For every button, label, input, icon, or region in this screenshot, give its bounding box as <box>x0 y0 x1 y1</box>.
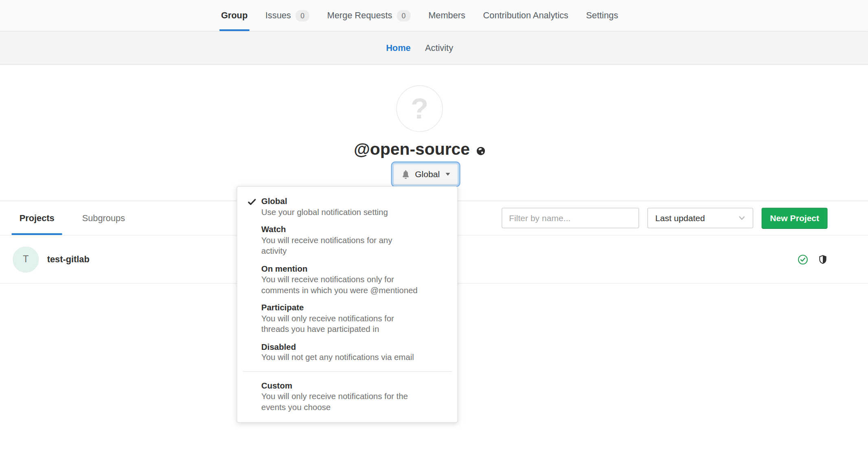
chevron-down-icon <box>739 215 746 222</box>
tab-merge-requests[interactable]: Merge Requests 0 <box>325 0 412 31</box>
tab-activity[interactable]: Activity <box>425 32 453 64</box>
gitlab-group-page: Group Issues 0 Merge Requests 0 Members … <box>0 0 868 461</box>
caret-down-icon <box>446 173 450 176</box>
tab-contribution-analytics-label: Contribution Analytics <box>483 11 568 20</box>
notification-dropdown-wrap: Global Global Use your global notificati… <box>393 164 458 184</box>
notification-dropdown-button[interactable]: Global <box>393 164 458 184</box>
project-avatar: T <box>13 246 39 272</box>
tab-group-label: Group <box>221 11 248 20</box>
project-avatar-initial: T <box>23 254 28 265</box>
notification-button-label: Global <box>415 169 440 179</box>
notification-option-title: Global <box>261 195 449 206</box>
notification-option-description: You will receive notifications for any a… <box>261 235 445 256</box>
bell-icon <box>401 170 410 179</box>
tab-projects-label: Projects <box>20 213 55 223</box>
notification-option-description: You will only receive notifications for … <box>261 313 445 334</box>
notification-option-watch[interactable]: Watch You will receive notifications for… <box>237 221 457 260</box>
merge-requests-count-badge: 0 <box>397 10 410 22</box>
notification-option-description: Use your global notification setting <box>261 206 445 217</box>
project-name-link[interactable]: test-gitlab <box>47 255 90 264</box>
project-row-icons <box>798 254 828 265</box>
notification-dropdown-menu: Global Use your global notification sett… <box>237 186 458 423</box>
notification-option-participate[interactable]: Participate You will only receive notifi… <box>237 299 457 338</box>
tab-subgroups[interactable]: Subgroups <box>75 201 133 235</box>
tab-settings-label: Settings <box>586 11 618 20</box>
tab-home[interactable]: Home <box>386 32 411 64</box>
tab-issues-label: Issues <box>265 11 291 20</box>
tab-members-label: Members <box>428 11 465 20</box>
notification-option-description: You will receive notifications only for … <box>261 274 445 295</box>
group-header: ? @open-source Global <box>0 65 868 200</box>
globe-icon <box>476 146 485 156</box>
tab-merge-requests-label: Merge Requests <box>327 11 392 20</box>
notification-option-title: Disabled <box>261 341 449 352</box>
notification-option-description: You will not get any notifications via e… <box>261 352 445 363</box>
notification-option-title: Participate <box>261 302 449 313</box>
sub-nav: Home Activity <box>0 32 868 64</box>
notification-option-global[interactable]: Global Use your global notification sett… <box>237 192 457 220</box>
new-project-button[interactable]: New Project <box>762 208 828 229</box>
shield-icon <box>819 255 827 264</box>
notification-option-title: Custom <box>261 380 449 391</box>
check-icon <box>248 198 256 206</box>
sub-nav-bar: Home Activity <box>0 32 868 65</box>
notification-option-description: You will only receive notifications for … <box>261 391 445 412</box>
tab-projects[interactable]: Projects <box>12 201 62 235</box>
tab-group[interactable]: Group <box>219 0 250 31</box>
menu-divider <box>243 371 452 371</box>
tab-settings[interactable]: Settings <box>584 0 620 31</box>
filter-by-name-input[interactable] <box>502 208 639 228</box>
notification-area: Global Global Use your global notificati… <box>12 164 828 184</box>
projects-filter-controls: Last updated New Project <box>502 201 827 235</box>
tab-issues[interactable]: Issues 0 <box>264 0 311 31</box>
group-nav-bar: Group Issues 0 Merge Requests 0 Members … <box>0 0 868 32</box>
group-avatar-placeholder: ? <box>411 92 428 125</box>
issues-count-badge: 0 <box>296 10 309 22</box>
tab-subgroups-label: Subgroups <box>82 213 125 223</box>
sort-dropdown-label: Last updated <box>655 213 705 223</box>
check-circle-icon <box>798 254 808 265</box>
page-title: @open-source <box>12 140 828 158</box>
tab-members[interactable]: Members <box>427 0 467 31</box>
notification-option-custom[interactable]: Custom You will only receive notificatio… <box>237 377 457 416</box>
sort-dropdown[interactable]: Last updated <box>647 208 753 228</box>
group-name: @open-source <box>354 140 470 158</box>
tab-contribution-analytics[interactable]: Contribution Analytics <box>481 0 570 31</box>
notification-option-on-mention[interactable]: On mention You will receive notification… <box>237 259 457 299</box>
notification-option-disabled[interactable]: Disabled You will not get any notificati… <box>237 338 457 366</box>
notification-option-title: Watch <box>261 224 449 235</box>
group-avatar: ? <box>396 86 443 132</box>
group-nav: Group Issues 0 Merge Requests 0 Members … <box>0 0 868 31</box>
notification-option-title: On mention <box>261 263 449 274</box>
